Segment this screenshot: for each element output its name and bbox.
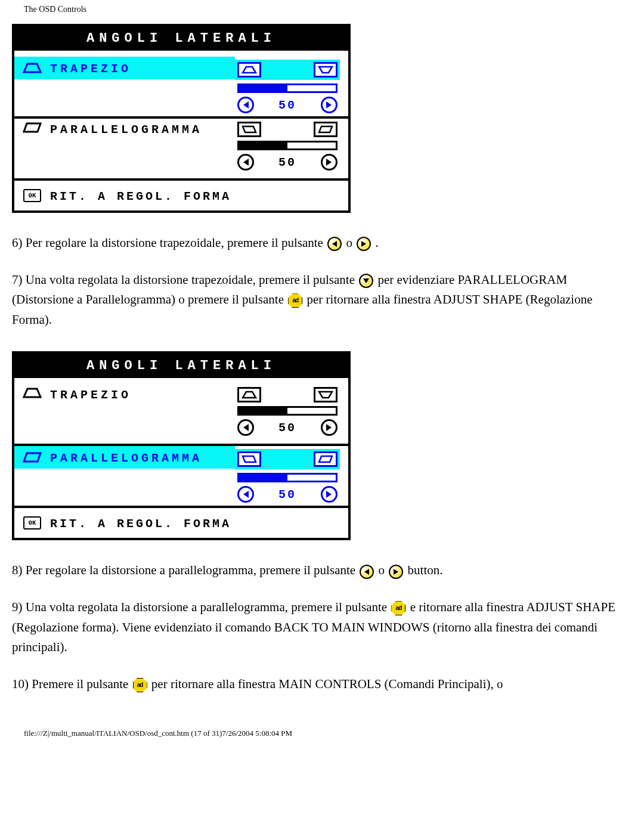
parallelogramma-value: 50 <box>278 156 296 169</box>
instruction-9: 9) Una volta regolata la distorsione a p… <box>12 597 632 658</box>
svg-marker-11 <box>319 456 332 462</box>
increase-button[interactable] <box>321 97 338 113</box>
osd-title: ANGOLI LATERALI <box>14 354 348 378</box>
trapezio-slider[interactable] <box>237 83 338 93</box>
parallelogramma-slider[interactable] <box>237 141 338 150</box>
parallelogram-right-icon <box>314 122 338 137</box>
ok-button-icon: ad <box>288 293 302 308</box>
parallelogramma-value: 50 <box>278 488 296 501</box>
svg-marker-7 <box>243 392 256 398</box>
increase-button[interactable] <box>321 486 338 503</box>
svg-marker-2 <box>319 67 332 73</box>
parallelogram-left-icon <box>237 451 261 467</box>
trapezio-value: 50 <box>278 421 296 435</box>
down-arrow-button-icon <box>359 274 373 288</box>
left-arrow-button-icon <box>327 237 342 251</box>
instruction-8: 8) Per regolare la distorsione a paralle… <box>12 561 632 581</box>
svg-marker-5 <box>319 126 332 132</box>
return-label: RIT. A REGOL. FORMA <box>50 188 231 203</box>
decrease-button[interactable] <box>237 486 254 503</box>
parallelogramma-label: PARALLELOGRAMMA <box>50 450 202 465</box>
parallelogramma-label: PARALLELOGRAMMA <box>50 122 202 137</box>
svg-marker-10 <box>243 456 256 462</box>
trapezoid-up-icon <box>14 62 50 74</box>
parallelogramma-slider[interactable] <box>237 473 338 482</box>
page-footer: file:///Z|/multi_manual/ITALIAN/OSD/osd_… <box>0 711 644 750</box>
decrease-button[interactable] <box>237 154 254 171</box>
ok-icon: 0K <box>14 516 50 529</box>
svg-marker-0 <box>24 64 41 72</box>
osd-screen-1: ANGOLI LATERALI TRAPEZIO 50 <box>12 24 351 213</box>
ok-button-icon: ad <box>133 678 147 692</box>
trapezio-value: 50 <box>278 98 296 112</box>
svg-marker-4 <box>243 126 256 132</box>
trapezoid-wide-top-icon <box>314 387 338 402</box>
parallelogram-icon <box>14 451 50 463</box>
right-arrow-button-icon <box>389 565 403 579</box>
instruction-7: 7) Una volta regolata la distorsione tra… <box>12 270 632 330</box>
trapezoid-narrow-top-icon <box>237 387 261 402</box>
svg-marker-8 <box>319 392 332 398</box>
ok-icon: 0K <box>14 189 50 202</box>
trapezoid-up-icon <box>14 387 50 399</box>
parallelogram-left-icon <box>237 122 261 137</box>
parallelogram-right-icon <box>314 451 338 467</box>
trapezio-label: TRAPEZIO <box>50 387 131 402</box>
increase-button[interactable] <box>321 154 338 171</box>
trapezio-slider[interactable] <box>237 406 338 416</box>
decrease-button[interactable] <box>237 419 254 436</box>
instruction-10: 10) Premere il pulsante ad per ritornare… <box>12 674 632 695</box>
trapezio-label: TRAPEZIO <box>50 61 131 76</box>
decrease-button[interactable] <box>237 97 254 113</box>
osd-screen-2: ANGOLI LATERALI TRAPEZIO 50 <box>12 351 351 540</box>
trapezoid-narrow-top-icon <box>237 62 261 78</box>
return-label: RIT. A REGOL. FORMA <box>50 516 231 531</box>
page-header: The OSD Controls <box>0 0 644 19</box>
right-arrow-button-icon <box>357 237 371 251</box>
parallelogram-icon <box>14 122 50 134</box>
svg-marker-3 <box>24 123 41 132</box>
increase-button[interactable] <box>321 419 338 436</box>
ok-button-icon: ad <box>391 601 405 615</box>
svg-marker-9 <box>24 453 41 462</box>
osd-title: ANGOLI LATERALI <box>14 26 348 51</box>
svg-marker-1 <box>243 67 256 73</box>
svg-marker-6 <box>24 389 41 397</box>
instruction-6: 6) Per regolare la distorsione trapezoid… <box>12 233 632 253</box>
trapezoid-wide-top-icon <box>314 62 338 78</box>
left-arrow-button-icon <box>360 565 374 579</box>
